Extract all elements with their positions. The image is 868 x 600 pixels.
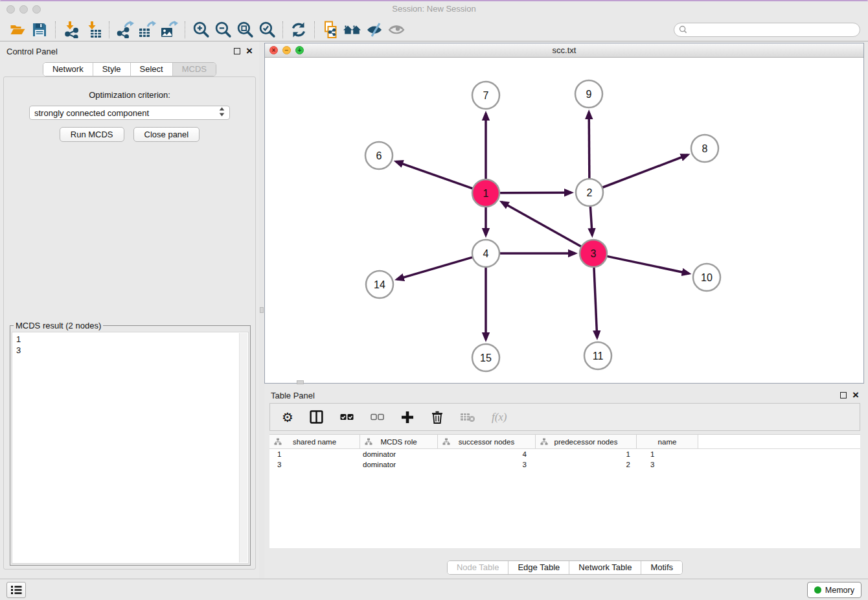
columns-icon <box>309 410 324 424</box>
zoom-out-icon <box>214 21 232 38</box>
network-canvas[interactable]: 7968124314101511 <box>265 58 863 383</box>
cell-name[interactable]: 1 <box>637 450 698 458</box>
export-network-button[interactable] <box>114 20 136 40</box>
app-window: Session: New Session <box>0 0 868 600</box>
zoom-in-button[interactable] <box>190 20 212 40</box>
clear-table-icon <box>460 411 476 424</box>
search-input[interactable] <box>691 25 860 34</box>
export-table-icon <box>138 21 156 38</box>
save-icon <box>32 22 47 38</box>
tab-mcds[interactable]: MCDS <box>173 63 216 76</box>
table-settings-button[interactable]: ⚙ <box>282 410 293 425</box>
cell-successor-nodes[interactable]: 4 <box>438 450 536 458</box>
zoom-fit-button[interactable] <box>234 20 256 40</box>
tab-motifs[interactable]: Motifs <box>641 561 682 574</box>
cell-predecessor-nodes[interactable]: 1 <box>536 450 637 458</box>
graph-edge-1-2[interactable] <box>499 192 571 193</box>
graph-edge-3-11[interactable] <box>594 267 597 338</box>
zoom-selected-icon <box>258 21 276 38</box>
tab-style[interactable]: Style <box>93 63 131 76</box>
run-mcds-button[interactable]: Run MCDS <box>60 127 124 142</box>
duplicate-network-icon <box>322 21 339 39</box>
select-all-icon <box>339 410 354 424</box>
delete-column-button[interactable] <box>430 410 444 424</box>
close-panel-button[interactable]: Close panel <box>133 127 200 142</box>
clear-table-button[interactable] <box>460 411 476 424</box>
import-table-button[interactable] <box>82 20 104 40</box>
table-row[interactable]: 3 dominator 3 2 3 <box>269 459 860 470</box>
cell-shared-name[interactable]: 3 <box>269 461 360 468</box>
import-table-icon <box>85 21 102 38</box>
table-row[interactable]: 1 dominator 4 1 1 <box>269 449 860 459</box>
column-header-mcds-role[interactable]: MCDS role <box>360 435 438 448</box>
tab-network-table[interactable]: Network Table <box>569 561 641 574</box>
result-scrollbar[interactable] <box>239 333 247 562</box>
panel-splitter[interactable] <box>259 41 264 579</box>
float-panel-icon[interactable] <box>234 48 240 54</box>
cell-predecessor-nodes[interactable]: 2 <box>536 461 637 468</box>
graph-node-label-7: 7 <box>483 90 489 101</box>
zoom-out-button[interactable] <box>212 20 234 40</box>
select-all-rows-button[interactable] <box>339 410 354 424</box>
graph-edge-4-14[interactable] <box>397 257 473 279</box>
criterion-dropdown[interactable]: strongly connected component <box>29 106 230 120</box>
graph-edge-1-6[interactable] <box>396 161 473 189</box>
network-resize-handle[interactable] <box>297 380 304 384</box>
cell-name[interactable]: 3 <box>637 461 698 468</box>
column-header-predecessor-nodes[interactable]: predecessor nodes <box>536 435 637 448</box>
cell-mcds-role[interactable]: dominator <box>360 450 438 458</box>
export-table-button[interactable] <box>136 20 158 40</box>
network-title: scc.txt <box>265 43 863 58</box>
tab-network[interactable]: Network <box>43 63 93 76</box>
app-titlebar: Session: New Session <box>0 0 868 18</box>
search-box[interactable] <box>674 23 860 37</box>
float-panel-icon[interactable] <box>840 392 847 398</box>
tab-edge-table[interactable]: Edge Table <box>508 561 569 574</box>
column-header-successor-nodes[interactable]: successor nodes <box>438 435 536 448</box>
graph-edge-2-9[interactable] <box>589 112 589 179</box>
refresh-icon <box>290 21 307 38</box>
function-builder-button[interactable]: f(x) <box>492 411 507 424</box>
home-view-button[interactable] <box>341 20 363 40</box>
splitter-handle[interactable] <box>260 307 264 313</box>
cell-mcds-role[interactable]: dominator <box>360 461 438 468</box>
zoom-selected-button[interactable] <box>256 20 278 40</box>
duplicate-network-button[interactable] <box>319 20 341 40</box>
graph-node-label-6: 6 <box>376 150 382 161</box>
graph-edge-3-1[interactable] <box>501 202 581 247</box>
tab-select[interactable]: Select <box>131 63 173 76</box>
task-history-button[interactable] <box>6 582 26 598</box>
apply-layout-button[interactable] <box>288 20 310 40</box>
column-header-name[interactable]: name <box>637 435 698 448</box>
show-columns-button[interactable] <box>309 410 324 424</box>
column-header-shared-name[interactable]: shared name <box>269 435 360 448</box>
graph-edge-2-8[interactable] <box>602 155 688 188</box>
cell-successor-nodes[interactable]: 3 <box>438 461 536 468</box>
network-window-titlebar[interactable]: × − + scc.txt <box>265 43 863 58</box>
export-image-icon <box>160 21 178 38</box>
graph-node-label-14: 14 <box>374 279 385 290</box>
close-panel-icon[interactable]: × <box>852 391 859 400</box>
control-panel-header: Control Panel × <box>0 44 259 58</box>
close-panel-icon[interactable]: × <box>246 47 253 56</box>
tab-node-table[interactable]: Node Table <box>448 561 509 574</box>
search-icon <box>679 25 687 34</box>
hide-selected-button[interactable] <box>363 20 385 40</box>
graph-edge-2-3[interactable] <box>590 206 592 235</box>
create-column-button[interactable] <box>400 410 415 424</box>
deselect-all-rows-button[interactable] <box>370 410 385 424</box>
attribute-icon <box>442 438 450 446</box>
mcds-result-list[interactable]: 1 3 <box>12 332 249 564</box>
import-network-button[interactable] <box>60 20 82 40</box>
save-session-button[interactable] <box>29 20 51 40</box>
export-image-button[interactable] <box>158 20 180 40</box>
table-panel-header: Table Panel × <box>264 388 865 402</box>
mcds-result-box: MCDS result (2 nodes) 1 3 <box>10 321 251 566</box>
fx-icon: f(x) <box>492 411 507 424</box>
cell-shared-name[interactable]: 1 <box>269 450 360 458</box>
graph-edge-3-10[interactable] <box>607 256 689 273</box>
memory-button[interactable]: Memory <box>807 582 862 598</box>
show-selected-button[interactable] <box>385 20 407 40</box>
open-file-button[interactable] <box>6 20 29 40</box>
zoom-fit-icon <box>236 21 254 38</box>
